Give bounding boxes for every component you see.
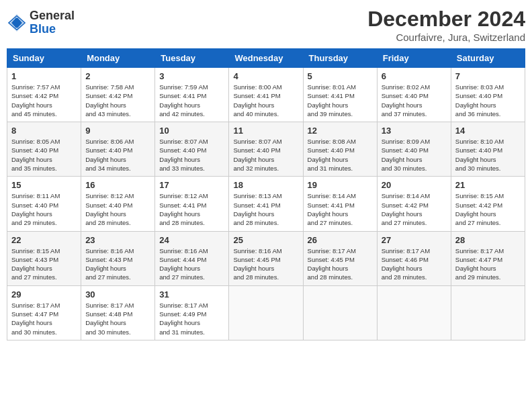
day-number: 23 (85, 235, 150, 245)
logo: General Blue (7, 9, 75, 36)
day-info: Sunrise: 7:58 AM Sunset: 4:42 PM Dayligh… (85, 83, 150, 118)
day-info: Sunrise: 8:16 AM Sunset: 4:45 PM Dayligh… (233, 246, 298, 282)
calendar-header-row: SundayMondayTuesdayWednesdayThursdayFrid… (7, 49, 525, 68)
calendar-day-cell: 16 Sunrise: 8:12 AM Sunset: 4:40 PM Dayl… (81, 177, 155, 231)
day-info: Sunrise: 8:03 AM Sunset: 4:40 PM Dayligh… (455, 83, 521, 118)
day-number: 31 (159, 289, 224, 300)
calendar-table: SundayMondayTuesdayWednesdayThursdayFrid… (7, 48, 525, 340)
day-number: 8 (11, 126, 77, 136)
calendar-day-cell: 29 Sunrise: 8:17 AM Sunset: 4:47 PM Dayl… (7, 285, 81, 340)
day-number: 28 (455, 235, 521, 245)
calendar-day-cell (451, 285, 525, 340)
calendar-day-cell: 17 Sunrise: 8:12 AM Sunset: 4:41 PM Dayl… (155, 177, 229, 231)
calendar-week-row: 1 Sunrise: 7:57 AM Sunset: 4:42 PM Dayli… (7, 68, 525, 122)
calendar-week-row: 29 Sunrise: 8:17 AM Sunset: 4:47 PM Dayl… (7, 285, 525, 340)
day-info: Sunrise: 8:16 AM Sunset: 4:44 PM Dayligh… (159, 246, 224, 282)
calendar-day-cell (229, 285, 303, 340)
day-info: Sunrise: 8:01 AM Sunset: 4:41 PM Dayligh… (308, 83, 373, 118)
day-info: Sunrise: 8:02 AM Sunset: 4:40 PM Dayligh… (382, 83, 447, 118)
calendar-day-cell: 9 Sunrise: 8:06 AM Sunset: 4:40 PM Dayli… (81, 122, 155, 177)
calendar-day-cell (303, 285, 377, 340)
day-info: Sunrise: 8:17 AM Sunset: 4:47 PM Dayligh… (455, 246, 521, 282)
day-info: Sunrise: 8:11 AM Sunset: 4:40 PM Dayligh… (11, 191, 77, 227)
calendar-day-cell: 7 Sunrise: 8:03 AM Sunset: 4:40 PM Dayli… (451, 68, 525, 122)
day-number: 27 (382, 235, 447, 245)
day-info: Sunrise: 8:07 AM Sunset: 4:40 PM Dayligh… (233, 137, 298, 173)
calendar-day-cell: 19 Sunrise: 8:14 AM Sunset: 4:41 PM Dayl… (303, 177, 377, 231)
day-number: 17 (159, 180, 224, 190)
calendar-day-cell: 6 Sunrise: 8:02 AM Sunset: 4:40 PM Dayli… (377, 68, 451, 122)
day-info: Sunrise: 8:05 AM Sunset: 4:40 PM Dayligh… (11, 137, 77, 173)
day-number: 2 (85, 71, 150, 81)
day-info: Sunrise: 8:13 AM Sunset: 4:41 PM Dayligh… (233, 191, 298, 227)
calendar-day-cell: 4 Sunrise: 8:00 AM Sunset: 4:41 PM Dayli… (229, 68, 303, 122)
day-info: Sunrise: 8:12 AM Sunset: 4:41 PM Dayligh… (159, 191, 224, 227)
calendar-day-cell: 10 Sunrise: 8:07 AM Sunset: 4:40 PM Dayl… (155, 122, 229, 177)
logo-general: General (30, 9, 75, 22)
day-number: 22 (11, 235, 77, 245)
calendar-day-cell: 23 Sunrise: 8:16 AM Sunset: 4:43 PM Dayl… (81, 231, 155, 285)
day-number: 25 (233, 235, 298, 245)
day-info: Sunrise: 8:15 AM Sunset: 4:43 PM Dayligh… (11, 246, 77, 282)
weekday-header: Saturday (451, 49, 525, 68)
day-number: 13 (382, 126, 447, 136)
calendar-day-cell: 12 Sunrise: 8:08 AM Sunset: 4:40 PM Dayl… (303, 122, 377, 177)
day-info: Sunrise: 8:09 AM Sunset: 4:40 PM Dayligh… (382, 137, 447, 173)
day-info: Sunrise: 7:57 AM Sunset: 4:42 PM Dayligh… (11, 83, 77, 118)
calendar-day-cell: 27 Sunrise: 8:17 AM Sunset: 4:46 PM Dayl… (377, 231, 451, 285)
calendar-day-cell: 31 Sunrise: 8:17 AM Sunset: 4:49 PM Dayl… (155, 285, 229, 340)
day-number: 21 (455, 180, 521, 190)
calendar-day-cell: 5 Sunrise: 8:01 AM Sunset: 4:41 PM Dayli… (303, 68, 377, 122)
day-number: 3 (159, 71, 224, 81)
calendar-day-cell: 15 Sunrise: 8:11 AM Sunset: 4:40 PM Dayl… (7, 177, 81, 231)
calendar-day-cell: 13 Sunrise: 8:09 AM Sunset: 4:40 PM Dayl… (377, 122, 451, 177)
weekday-header: Monday (81, 49, 155, 68)
day-info: Sunrise: 8:17 AM Sunset: 4:49 PM Dayligh… (159, 301, 224, 336)
day-info: Sunrise: 8:14 AM Sunset: 4:42 PM Dayligh… (382, 191, 447, 227)
calendar-day-cell: 11 Sunrise: 8:07 AM Sunset: 4:40 PM Dayl… (229, 122, 303, 177)
day-info: Sunrise: 7:59 AM Sunset: 4:41 PM Dayligh… (159, 83, 224, 118)
day-info: Sunrise: 8:14 AM Sunset: 4:41 PM Dayligh… (308, 191, 373, 227)
day-number: 14 (455, 126, 521, 136)
day-number: 6 (382, 71, 447, 81)
day-number: 19 (308, 180, 373, 190)
location: Courfaivre, Jura, Switzerland (367, 32, 525, 43)
day-number: 10 (159, 126, 224, 136)
calendar-week-row: 8 Sunrise: 8:05 AM Sunset: 4:40 PM Dayli… (7, 122, 525, 177)
calendar-day-cell: 24 Sunrise: 8:16 AM Sunset: 4:44 PM Dayl… (155, 231, 229, 285)
calendar-day-cell: 8 Sunrise: 8:05 AM Sunset: 4:40 PM Dayli… (7, 122, 81, 177)
day-info: Sunrise: 8:07 AM Sunset: 4:40 PM Dayligh… (159, 137, 224, 173)
page-header: General Blue December 2024 Courfaivre, J… (7, 7, 525, 43)
calendar-day-cell: 22 Sunrise: 8:15 AM Sunset: 4:43 PM Dayl… (7, 231, 81, 285)
weekday-header: Thursday (303, 49, 377, 68)
calendar-day-cell: 1 Sunrise: 7:57 AM Sunset: 4:42 PM Dayli… (7, 68, 81, 122)
day-number: 4 (233, 71, 298, 81)
day-number: 24 (159, 235, 224, 245)
day-number: 12 (308, 126, 373, 136)
weekday-header: Sunday (7, 49, 81, 68)
day-info: Sunrise: 8:17 AM Sunset: 4:48 PM Dayligh… (85, 301, 150, 336)
day-number: 7 (455, 71, 521, 81)
day-info: Sunrise: 8:17 AM Sunset: 4:47 PM Dayligh… (11, 301, 77, 336)
month-title: December 2024 (367, 7, 525, 32)
day-number: 30 (85, 289, 150, 300)
logo-blue: Blue (30, 22, 56, 36)
calendar-week-row: 22 Sunrise: 8:15 AM Sunset: 4:43 PM Dayl… (7, 231, 525, 285)
calendar-day-cell: 30 Sunrise: 8:17 AM Sunset: 4:48 PM Dayl… (81, 285, 155, 340)
day-info: Sunrise: 8:12 AM Sunset: 4:40 PM Dayligh… (85, 191, 150, 227)
day-number: 18 (233, 180, 298, 190)
calendar-day-cell: 2 Sunrise: 7:58 AM Sunset: 4:42 PM Dayli… (81, 68, 155, 122)
day-info: Sunrise: 8:15 AM Sunset: 4:42 PM Dayligh… (455, 191, 521, 227)
calendar-day-cell: 26 Sunrise: 8:17 AM Sunset: 4:45 PM Dayl… (303, 231, 377, 285)
day-number: 1 (11, 71, 77, 81)
calendar-day-cell: 28 Sunrise: 8:17 AM Sunset: 4:47 PM Dayl… (451, 231, 525, 285)
weekday-header: Wednesday (229, 49, 303, 68)
day-info: Sunrise: 8:17 AM Sunset: 4:45 PM Dayligh… (308, 246, 373, 282)
day-number: 15 (11, 180, 77, 190)
day-number: 16 (85, 180, 150, 190)
day-number: 9 (85, 126, 150, 136)
day-info: Sunrise: 8:00 AM Sunset: 4:41 PM Dayligh… (233, 83, 298, 118)
logo-icon (7, 13, 27, 33)
calendar-day-cell: 20 Sunrise: 8:14 AM Sunset: 4:42 PM Dayl… (377, 177, 451, 231)
day-number: 11 (233, 126, 298, 136)
